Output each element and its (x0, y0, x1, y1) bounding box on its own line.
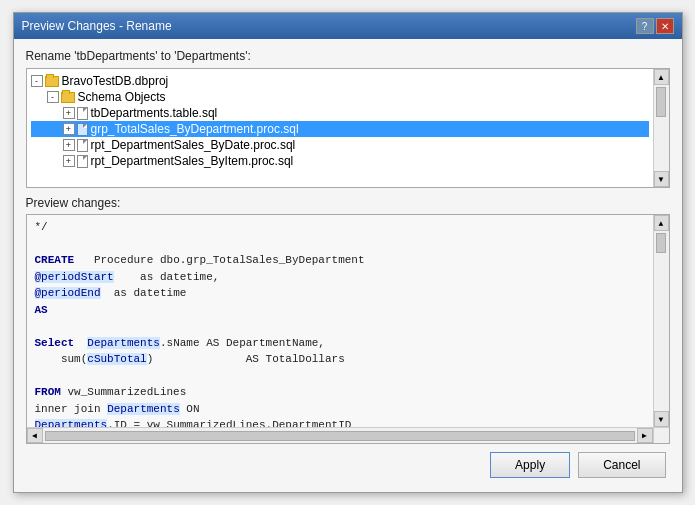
tree-content: - BravoTestDB.dbproj - Schema Objects + … (27, 69, 669, 173)
title-bar: Preview Changes - Rename ? ✕ (14, 13, 682, 39)
help-button[interactable]: ? (636, 18, 654, 34)
tree-toggle-schema[interactable]: - (47, 91, 59, 103)
tree-toggle-file1[interactable]: + (63, 107, 75, 119)
code-scroll-down[interactable]: ▼ (654, 411, 669, 427)
cancel-button[interactable]: Cancel (578, 452, 665, 478)
file-icon-4 (77, 155, 88, 168)
tree-panel: - BravoTestDB.dbproj - Schema Objects + … (26, 68, 670, 188)
code-line-6 (35, 318, 649, 335)
code-line-11: inner join Departments ON (35, 401, 649, 418)
code-scrollbar-h[interactable]: ◀ ▶ (27, 427, 653, 443)
rename-label: Rename 'tbDepartments' to 'Departments': (26, 49, 670, 63)
code-scrollbar-v[interactable]: ▲ ▼ (653, 215, 669, 427)
title-bar-buttons: ? ✕ (636, 18, 674, 34)
tree-item-file3[interactable]: + rpt_DepartmentSales_ByDate.proc.sql (31, 137, 649, 153)
scroll-up-arrow[interactable]: ▲ (654, 69, 669, 85)
code-line-1 (35, 236, 649, 253)
scroll-corner (653, 427, 669, 443)
preview-label: Preview changes: (26, 196, 670, 210)
dialog-title: Preview Changes - Rename (22, 19, 172, 33)
tree-toggle-file2[interactable]: + (63, 123, 75, 135)
dialog-window: Preview Changes - Rename ? ✕ Rename 'tbD… (13, 12, 683, 493)
folder-icon-root (45, 76, 59, 87)
file-icon-1 (77, 107, 88, 120)
code-scroll-right[interactable]: ▶ (637, 428, 653, 443)
apply-button[interactable]: Apply (490, 452, 570, 478)
tree-toggle-root[interactable]: - (31, 75, 43, 87)
code-scroll-left[interactable]: ◀ (27, 428, 43, 443)
tree-toggle-file4[interactable]: + (63, 155, 75, 167)
tree-scrollbar-v[interactable]: ▲ ▼ (653, 69, 669, 187)
file-icon-2 (77, 123, 88, 136)
code-line-8: sum(cSubTotal) AS TotalDollars (35, 351, 649, 368)
code-line-4: @periodEnd as datetime (35, 285, 649, 302)
tree-label-file3: rpt_DepartmentSales_ByDate.proc.sql (91, 138, 296, 152)
code-line-0: */ (35, 219, 649, 236)
dialog-body: Rename 'tbDepartments' to 'Departments':… (14, 39, 682, 492)
tree-label-file4: rpt_DepartmentSales_ByItem.proc.sql (91, 154, 294, 168)
tree-item-schema[interactable]: - Schema Objects (31, 89, 649, 105)
tree-label-file2: grp_TotalSales_ByDepartment.proc.sql (91, 122, 299, 136)
close-button[interactable]: ✕ (656, 18, 674, 34)
tree-item-file1[interactable]: + tbDepartments.table.sql (31, 105, 649, 121)
code-line-2: CREATE Procedure dbo.grp_TotalSales_ByDe… (35, 252, 649, 269)
folder-icon-schema (61, 92, 75, 103)
code-line-5: AS (35, 302, 649, 319)
tree-label-root: BravoTestDB.dbproj (62, 74, 169, 88)
tree-item-file4[interactable]: + rpt_DepartmentSales_ByItem.proc.sql (31, 153, 649, 169)
code-line-3: @periodStart as datetime, (35, 269, 649, 286)
code-hscroll-thumb[interactable] (45, 431, 635, 441)
tree-label-file1: tbDepartments.table.sql (91, 106, 218, 120)
code-vscroll-thumb[interactable] (656, 233, 666, 253)
code-content: */ CREATE Procedure dbo.grp_TotalSales_B… (27, 215, 669, 443)
code-panel: */ CREATE Procedure dbo.grp_TotalSales_B… (26, 214, 670, 444)
tree-toggle-file3[interactable]: + (63, 139, 75, 151)
file-icon-3 (77, 139, 88, 152)
code-line-10: FROM vw_SummarizedLines (35, 384, 649, 401)
scroll-down-arrow[interactable]: ▼ (654, 171, 669, 187)
tree-label-schema: Schema Objects (78, 90, 166, 104)
code-line-7: Select Departments.sName AS DepartmentNa… (35, 335, 649, 352)
button-row: Apply Cancel (26, 444, 670, 482)
tree-item-root[interactable]: - BravoTestDB.dbproj (31, 73, 649, 89)
code-line-9 (35, 368, 649, 385)
code-scroll-up[interactable]: ▲ (654, 215, 669, 231)
tree-item-file2[interactable]: + grp_TotalSales_ByDepartment.proc.sql (31, 121, 649, 137)
